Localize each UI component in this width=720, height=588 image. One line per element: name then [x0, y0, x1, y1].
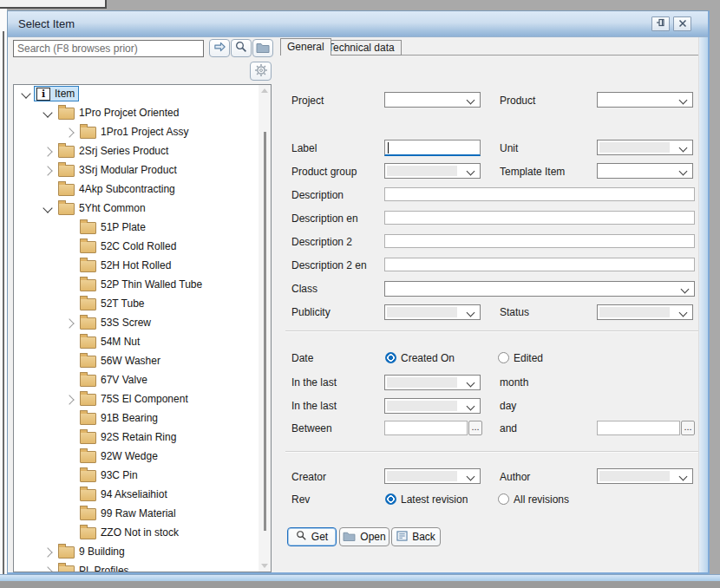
tree-item[interactable]: 94 Akseliaihiot [14, 486, 259, 505]
tree-item[interactable]: 51P Plate [14, 219, 259, 238]
tree-item[interactable]: 4Akp Subcontracting [14, 180, 259, 199]
template-item-combobox[interactable] [597, 163, 693, 179]
latest-revision-radio[interactable] [385, 493, 396, 505]
go-button[interactable] [209, 39, 230, 57]
chevron-right-icon[interactable] [43, 147, 52, 156]
tree-scrollbar[interactable] [259, 85, 271, 572]
between-from-browse-button[interactable]: ... [468, 421, 482, 435]
project-combobox[interactable] [384, 92, 481, 108]
tree-node[interactable]: 52P Thin Walled Tube [77, 277, 206, 292]
scroll-down-icon[interactable] [261, 564, 268, 568]
chevron-right-icon[interactable] [64, 318, 74, 328]
class-combobox[interactable] [384, 281, 695, 297]
tab-general[interactable]: General [280, 38, 331, 56]
tree-node[interactable]: 1Pro1 Project Assy [77, 124, 193, 140]
product-combobox[interactable] [597, 92, 693, 108]
tree-node[interactable]: 4Akp Subcontracting [56, 181, 180, 197]
between-from-input[interactable] [384, 421, 468, 435]
chevron-down-icon[interactable] [43, 108, 52, 117]
open-button[interactable]: Open [339, 527, 389, 546]
settings-button[interactable] [250, 62, 272, 81]
tree-node-selected[interactable]: iItem [34, 86, 79, 101]
tree-item[interactable]: 54M Nut [14, 333, 259, 352]
tree-node[interactable]: ZZO Not in stock [77, 525, 183, 540]
pin-button[interactable] [651, 16, 670, 31]
scrollbar-thumb[interactable] [264, 132, 266, 531]
tree-node[interactable]: 99 Raw Material [77, 506, 180, 521]
tree-item[interactable]: 1Pro1 Project Assy [14, 123, 259, 142]
status-combobox[interactable] [597, 304, 693, 320]
label-input[interactable] [384, 140, 481, 156]
chevron-down-icon[interactable] [43, 203, 52, 212]
tree-node[interactable]: 91B Bearing [77, 410, 162, 426]
tree-item[interactable]: 92W Wedge [14, 448, 259, 467]
tree-item[interactable]: 52T Tube [14, 295, 259, 314]
get-button[interactable]: Get [287, 527, 337, 546]
tree-node[interactable]: PL Profiles [56, 563, 134, 572]
tree-item[interactable]: 53S Screw [14, 314, 259, 333]
description-2-input[interactable] [384, 234, 695, 248]
tree-item[interactable]: 93C Pin [14, 467, 259, 486]
tree-item[interactable]: 99 Raw Material [14, 505, 259, 524]
tree-node[interactable]: 3Srj Modular Product [56, 162, 181, 178]
tree-item[interactable]: 52C Cold Rolled [14, 238, 259, 257]
tab-technical-data[interactable]: Technical data [321, 40, 402, 56]
tree-node[interactable]: 92W Wedge [77, 448, 162, 464]
tree-node[interactable]: 5Yht Common [56, 200, 150, 216]
description-input[interactable] [384, 187, 695, 201]
tree-node[interactable]: 54M Nut [77, 334, 144, 350]
close-button[interactable] [673, 16, 691, 31]
tree-node[interactable]: 9 Building [56, 544, 129, 559]
browse-folder-button[interactable] [252, 39, 273, 57]
tree-item[interactable]: 52P Thin Walled Tube [14, 276, 259, 295]
search-button[interactable] [231, 39, 252, 57]
publicity-combobox[interactable] [384, 304, 481, 320]
in-the-last-month-combobox[interactable] [384, 375, 481, 390]
chevron-right-icon[interactable] [43, 166, 52, 175]
tree-node[interactable]: 67V Valve [77, 372, 152, 388]
tree-item[interactable]: 52H Hot Rolled [14, 257, 259, 276]
creator-combobox[interactable] [384, 468, 481, 484]
description-2-en-input[interactable] [384, 258, 695, 271]
tree-node[interactable]: 75S El Component [77, 391, 193, 407]
tree-node[interactable]: 92S Retain Ring [77, 429, 180, 445]
tree-item[interactable]: 1Pro Projcet Oriented [14, 104, 259, 123]
tree-node[interactable]: 52T Tube [77, 296, 148, 311]
tree-node[interactable]: 1Pro Projcet Oriented [56, 105, 183, 121]
tree-node[interactable]: 94 Akseliaihiot [77, 487, 172, 502]
edited-radio[interactable] [498, 352, 509, 363]
tree-item[interactable]: ZZO Not in stock [14, 524, 259, 543]
unit-combobox[interactable] [597, 140, 693, 155]
chevron-right-icon[interactable] [64, 395, 74, 404]
tree-node[interactable]: 53S Screw [77, 315, 155, 330]
tree-item[interactable]: 91B Bearing [14, 409, 259, 428]
in-the-last-day-combobox[interactable] [384, 398, 481, 414]
chevron-right-icon[interactable] [64, 127, 74, 137]
chevron-right-icon[interactable] [43, 566, 52, 572]
tree-item[interactable]: iItem [14, 85, 259, 104]
search-input[interactable] [13, 40, 204, 57]
product-group-combobox[interactable] [384, 163, 481, 179]
between-to-browse-button[interactable]: ... [681, 421, 695, 435]
back-button[interactable]: Back [391, 527, 441, 546]
tree-item[interactable]: 92S Retain Ring [14, 428, 259, 448]
tree-node[interactable]: 2Srj Series Product [56, 143, 173, 159]
tree-node[interactable]: 52H Hot Rolled [77, 258, 175, 273]
tree-node[interactable]: 52C Cold Rolled [77, 238, 180, 254]
tree-item[interactable]: 75S El Component [14, 390, 259, 409]
tree-item[interactable]: 2Srj Series Product [14, 142, 259, 161]
tree-item[interactable]: 5Yht Common [14, 199, 259, 219]
description-en-input[interactable] [384, 211, 695, 225]
scroll-up-icon[interactable] [261, 88, 268, 93]
tree-item[interactable]: PL Profiles [14, 562, 259, 572]
between-to-input[interactable] [597, 421, 680, 435]
created-on-radio[interactable] [385, 352, 396, 363]
tree-item[interactable]: 3Srj Modular Product [14, 161, 259, 180]
chevron-down-icon[interactable] [21, 88, 30, 98]
tree-item[interactable]: 56W Washer [14, 352, 259, 371]
author-combobox[interactable] [597, 468, 693, 484]
chevron-right-icon[interactable] [43, 547, 52, 557]
tree-item[interactable]: 9 Building [14, 543, 259, 562]
tree-node[interactable]: 51P Plate [77, 219, 150, 235]
tree-item[interactable]: 67V Valve [14, 371, 259, 390]
